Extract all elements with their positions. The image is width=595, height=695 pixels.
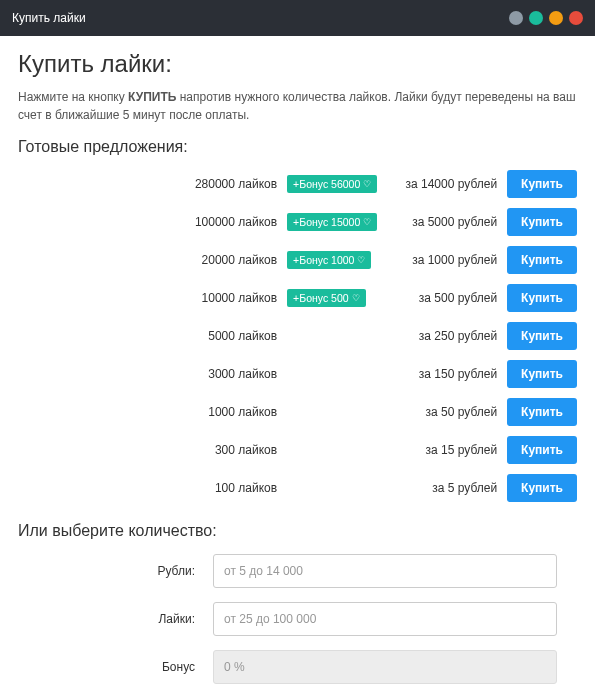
- offer-likes: 100 лайков: [177, 481, 277, 495]
- offers-heading: Готовые предложения:: [18, 138, 577, 156]
- window-button-1[interactable]: [509, 11, 523, 25]
- offer-row: 10000 лайков+Бонус 500♡за 500 рублейКупи…: [18, 284, 577, 312]
- offer-likes: 300 лайков: [177, 443, 277, 457]
- offer-price: за 500 рублей: [387, 291, 497, 305]
- minimize-button[interactable]: [549, 11, 563, 25]
- bonus-text: +Бонус 56000: [293, 178, 360, 190]
- window-title: Купить лайки: [12, 11, 86, 25]
- offer-row: 100000 лайков+Бонус 15000♡за 5000 рублей…: [18, 208, 577, 236]
- buy-button[interactable]: Купить: [507, 360, 577, 388]
- bonus-badge: +Бонус 15000♡: [287, 213, 377, 231]
- bonus-badge: +Бонус 1000♡: [287, 251, 371, 269]
- bonus-text: +Бонус 1000: [293, 254, 354, 266]
- offer-price: за 5000 рублей: [387, 215, 497, 229]
- window-controls: [509, 11, 583, 25]
- bonus-badge: +Бонус 500♡: [287, 289, 365, 307]
- offer-bonus-col: +Бонус 1000♡: [287, 251, 377, 269]
- heart-icon: ♡: [357, 255, 365, 265]
- buy-button[interactable]: Купить: [507, 208, 577, 236]
- buy-button[interactable]: Купить: [507, 284, 577, 312]
- offer-price: за 150 рублей: [387, 367, 497, 381]
- offer-likes: 3000 лайков: [177, 367, 277, 381]
- intro-text: Нажмите на кнопку КУПИТЬ напротив нужног…: [18, 88, 577, 124]
- offer-row: 1000 лайковза 50 рублейКупить: [18, 398, 577, 426]
- buy-button[interactable]: Купить: [507, 322, 577, 350]
- offer-price: за 15 рублей: [387, 443, 497, 457]
- buy-button[interactable]: Купить: [507, 170, 577, 198]
- offer-bonus-col: +Бонус 56000♡: [287, 175, 377, 193]
- custom-heading: Или выберите количество:: [18, 522, 577, 540]
- offer-price: за 5 рублей: [387, 481, 497, 495]
- buy-button[interactable]: Купить: [507, 436, 577, 464]
- heart-icon: ♡: [363, 217, 371, 227]
- bonus-label: Бонус: [18, 660, 213, 674]
- offers-list: 280000 лайков+Бонус 56000♡за 14000 рубле…: [18, 170, 577, 502]
- intro-pre: Нажмите на кнопку: [18, 90, 128, 104]
- rubles-input[interactable]: [213, 554, 557, 588]
- offer-row: 20000 лайков+Бонус 1000♡за 1000 рублейКу…: [18, 246, 577, 274]
- offer-row: 3000 лайковза 150 рублейКупить: [18, 360, 577, 388]
- page-title: Купить лайки:: [18, 50, 577, 78]
- offer-row: 100 лайковза 5 рублейКупить: [18, 474, 577, 502]
- likes-input[interactable]: [213, 602, 557, 636]
- offer-likes: 280000 лайков: [177, 177, 277, 191]
- offer-likes: 5000 лайков: [177, 329, 277, 343]
- bonus-text: +Бонус 500: [293, 292, 348, 304]
- rubles-row: Рубли:: [18, 554, 577, 588]
- heart-icon: ♡: [363, 179, 371, 189]
- offer-bonus-col: +Бонус 15000♡: [287, 213, 377, 231]
- offer-likes: 100000 лайков: [177, 215, 277, 229]
- likes-row: Лайки:: [18, 602, 577, 636]
- offer-row: 5000 лайковза 250 рублейКупить: [18, 322, 577, 350]
- close-button[interactable]: [569, 11, 583, 25]
- offer-likes: 1000 лайков: [177, 405, 277, 419]
- bonus-text: +Бонус 15000: [293, 216, 360, 228]
- heart-icon: ♡: [352, 293, 360, 303]
- bonus-input: [213, 650, 557, 684]
- bonus-row: Бонус: [18, 650, 577, 684]
- offer-likes: 10000 лайков: [177, 291, 277, 305]
- buy-button[interactable]: Купить: [507, 474, 577, 502]
- buy-button[interactable]: Купить: [507, 398, 577, 426]
- content: Купить лайки: Нажмите на кнопку КУПИТЬ н…: [0, 36, 595, 695]
- titlebar: Купить лайки: [0, 0, 595, 36]
- offer-price: за 50 рублей: [387, 405, 497, 419]
- rubles-label: Рубли:: [18, 564, 213, 578]
- buy-button[interactable]: Купить: [507, 246, 577, 274]
- likes-label: Лайки:: [18, 612, 213, 626]
- offer-row: 300 лайковза 15 рублейКупить: [18, 436, 577, 464]
- offer-price: за 250 рублей: [387, 329, 497, 343]
- offer-price: за 14000 рублей: [387, 177, 497, 191]
- bonus-badge: +Бонус 56000♡: [287, 175, 377, 193]
- offer-row: 280000 лайков+Бонус 56000♡за 14000 рубле…: [18, 170, 577, 198]
- offer-bonus-col: +Бонус 500♡: [287, 289, 377, 307]
- offer-likes: 20000 лайков: [177, 253, 277, 267]
- intro-bold: КУПИТЬ: [128, 90, 176, 104]
- offer-price: за 1000 рублей: [387, 253, 497, 267]
- window-button-2[interactable]: [529, 11, 543, 25]
